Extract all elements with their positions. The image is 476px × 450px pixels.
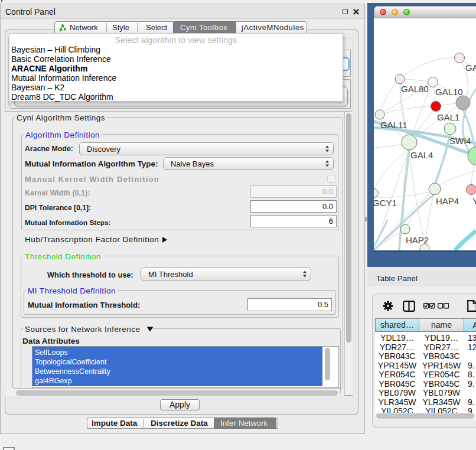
svg-text:GAL: GAL [465,63,476,73]
svg-text:GAL10: GAL10 [435,87,463,97]
svg-text:GAL1: GAL1 [437,112,459,122]
svg-text:SWI4: SWI4 [449,136,471,146]
svg-text:GCY1: GCY1 [374,198,397,208]
svg-text:GAL80: GAL80 [401,84,429,94]
svg-text:HAP4: HAP4 [436,196,459,206]
svg-text:Y: Y [472,196,476,206]
svg-text:GAL11: GAL11 [380,120,407,130]
svg-text:HAP2: HAP2 [406,235,429,245]
svg-text:GAL4: GAL4 [410,150,433,160]
